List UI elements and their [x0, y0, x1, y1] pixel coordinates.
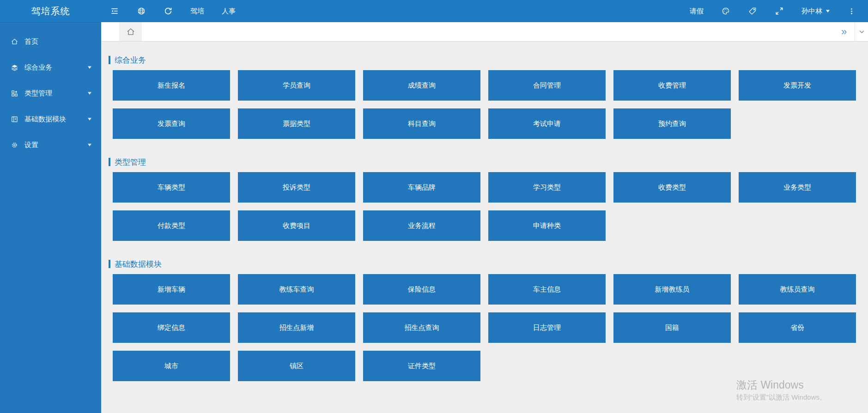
tab-bar: » — [101, 22, 868, 42]
navbar-left: 驾培 人事 — [101, 0, 244, 22]
app-button[interactable]: 镇区 — [238, 351, 355, 381]
nav-menu-jiapei[interactable]: 驾培 — [182, 0, 213, 22]
sidebar-item-basedata[interactable]: 基础数据模块 — [0, 106, 101, 132]
app-button[interactable]: 收费类型 — [613, 172, 731, 203]
app-button[interactable]: 预约查询 — [613, 108, 731, 139]
app-button[interactable]: 发票查询 — [113, 108, 230, 139]
app-button[interactable]: 城市 — [113, 351, 230, 381]
app-button[interactable]: 新生报名 — [113, 70, 230, 101]
sidebar-item-home[interactable]: 首页 — [0, 29, 101, 54]
section-title-bar-icon — [109, 158, 110, 166]
gear-icon — [11, 141, 18, 149]
app-button[interactable]: 车辆类型 — [113, 172, 230, 203]
tab-home[interactable] — [119, 22, 142, 41]
app-button[interactable]: 新增教练员 — [613, 274, 731, 305]
section-title-text: 综合业务 — [115, 55, 146, 66]
section-title: 基础数据模块 — [109, 259, 856, 269]
app-button[interactable]: 招生点查询 — [363, 312, 480, 343]
collapse-menu-icon — [110, 6, 119, 16]
app-button[interactable]: 发票开发 — [739, 70, 856, 101]
app-button[interactable]: 合同管理 — [488, 70, 606, 101]
tab-overflow-button[interactable]: » — [833, 22, 855, 41]
app-button[interactable]: 招生点新增 — [238, 312, 355, 343]
navbar-right: 请假 孙中林 — [681, 0, 868, 22]
sidebar-item-settings[interactable]: 设置 — [0, 132, 101, 158]
app-button[interactable]: 车主信息 — [488, 274, 606, 305]
app-button[interactable]: 学员查询 — [238, 70, 355, 101]
app-button[interactable]: 教练车查询 — [238, 274, 355, 305]
fullscreen-button[interactable] — [766, 0, 793, 22]
section-grid: 新增车辆教练车查询保险信息车主信息新增教练员教练员查询绑定信息招生点新增招生点查… — [113, 274, 856, 381]
tag-icon — [748, 6, 757, 16]
sidebar-item-business[interactable]: 综合业务 — [0, 54, 101, 80]
app-button[interactable]: 成绩查询 — [363, 70, 480, 101]
module-icon — [11, 115, 18, 123]
globe-icon — [137, 6, 146, 16]
section-title-bar-icon — [109, 260, 110, 268]
theme-button[interactable] — [712, 0, 739, 22]
app-button[interactable]: 车辆品牌 — [363, 172, 480, 203]
blocks-icon — [11, 90, 18, 97]
app-button[interactable]: 省份 — [739, 312, 856, 343]
palette-icon — [721, 6, 730, 16]
home-icon — [126, 27, 135, 36]
app-button[interactable]: 学习类型 — [488, 172, 606, 203]
app-button[interactable]: 科目查询 — [363, 108, 480, 139]
refresh-icon — [164, 6, 173, 16]
section-grid: 车辆类型投诉类型车辆品牌学习类型收费类型业务类型付款类型收费项目业务流程申请种类 — [113, 172, 856, 241]
nav-menu-renshi[interactable]: 人事 — [213, 0, 244, 22]
chevron-down-icon — [87, 143, 92, 147]
app-window: { "app": { "title": "驾培系统" }, "colors": … — [0, 0, 868, 413]
section-title-text: 类型管理 — [115, 157, 146, 168]
tab-menu-button[interactable] — [855, 22, 868, 41]
app-logo[interactable]: 驾培系统 — [0, 0, 101, 22]
sidebar-item-label: 设置 — [24, 141, 87, 150]
fullscreen-icon — [775, 6, 784, 16]
home-icon — [11, 38, 18, 46]
section-title-bar-icon — [109, 56, 110, 64]
more-options-button[interactable] — [839, 0, 864, 22]
module-section: 综合业务 新生报名学员查询成绩查询合同管理收费管理发票开发发票查询票据类型科目查… — [113, 55, 856, 139]
tag-button[interactable] — [739, 0, 766, 22]
sidebar-item-label: 类型管理 — [24, 89, 87, 98]
chevron-down-icon — [826, 9, 830, 13]
app-button[interactable]: 证件类型 — [363, 351, 480, 381]
user-menu[interactable]: 孙中林 — [793, 0, 839, 22]
navbar-spacer — [244, 0, 681, 22]
sidebar-item-types[interactable]: 类型管理 — [0, 80, 101, 106]
app-button[interactable]: 国籍 — [613, 312, 731, 343]
app-button[interactable]: 业务类型 — [739, 172, 856, 203]
chevron-down-icon — [87, 91, 92, 96]
module-section: 基础数据模块 新增车辆教练车查询保险信息车主信息新增教练员教练员查询绑定信息招生… — [113, 259, 856, 381]
content: 综合业务 新生报名学员查询成绩查询合同管理收费管理发票开发发票查询票据类型科目查… — [101, 42, 868, 413]
app-button[interactable]: 考试申请 — [488, 108, 606, 139]
module-section: 类型管理 车辆类型投诉类型车辆品牌学习类型收费类型业务类型付款类型收费项目业务流… — [113, 157, 856, 241]
main-area: » 综合业务 新生报名学员查询成绩查询合同管理收费管理发票开发发票查询票据类型科… — [101, 22, 868, 413]
chevron-down-icon — [87, 117, 92, 121]
refresh-button[interactable] — [155, 0, 182, 22]
section-title-text: 基础数据模块 — [115, 259, 162, 269]
sidebar-item-label: 基础数据模块 — [24, 115, 87, 124]
app-button[interactable]: 日志管理 — [488, 312, 606, 343]
app-button[interactable]: 教练员查询 — [739, 274, 856, 305]
app-button[interactable]: 收费项目 — [238, 210, 355, 241]
app-button[interactable]: 业务流程 — [363, 210, 480, 241]
app-button[interactable]: 绑定信息 — [113, 312, 230, 343]
sections-root: 综合业务 新生报名学员查询成绩查询合同管理收费管理发票开发发票查询票据类型科目查… — [113, 55, 856, 381]
app-button[interactable]: 票据类型 — [238, 108, 355, 139]
leave-request-button[interactable]: 请假 — [681, 0, 712, 22]
app-button[interactable]: 收费管理 — [613, 70, 731, 101]
app-button[interactable]: 保险信息 — [363, 274, 480, 305]
sidebar: 首页 综合业务 类型管理 基础数据模块 设置 — [0, 22, 101, 413]
sidebar-item-label: 综合业务 — [24, 63, 87, 72]
collapse-sidebar-button[interactable] — [101, 0, 128, 22]
page-body: 首页 综合业务 类型管理 基础数据模块 设置 — [0, 22, 868, 413]
app-button[interactable]: 新增车辆 — [113, 274, 230, 305]
app-button[interactable]: 付款类型 — [113, 210, 230, 241]
language-button[interactable] — [128, 0, 155, 22]
sidebar-item-label: 首页 — [24, 37, 92, 46]
app-button[interactable]: 申请种类 — [488, 210, 606, 241]
section-title: 类型管理 — [109, 157, 856, 167]
app-button[interactable]: 投诉类型 — [238, 172, 355, 203]
top-navbar: 驾培系统 驾培 人事 请假 — [0, 0, 868, 22]
